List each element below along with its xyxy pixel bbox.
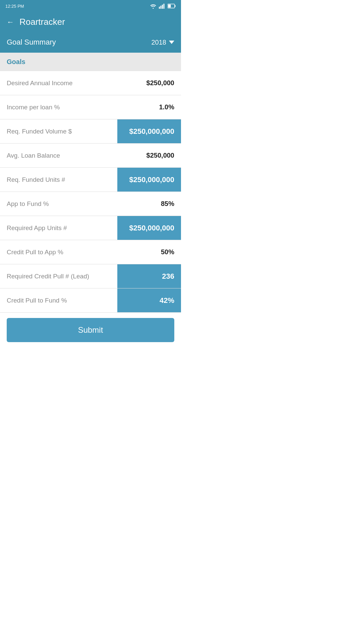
back-button[interactable]: ← — [7, 18, 14, 26]
row-label: Req. Funded Volume $ — [0, 119, 117, 143]
app-header: ← Roartracker — [0, 12, 181, 33]
row-label: Required Credit Pull # (Lead) — [0, 264, 117, 288]
submit-button[interactable]: Submit — [7, 318, 174, 342]
year-value: 2018 — [152, 39, 167, 46]
row-label: Credit Pull to Fund % — [0, 288, 117, 312]
goals-label: Goals — [7, 58, 25, 65]
row-value: $250,000 — [117, 144, 181, 167]
goals-table: Desired Annual Income$250,000Income per … — [0, 71, 181, 313]
wifi-icon — [149, 3, 157, 9]
app-title: Roartracker — [19, 17, 65, 27]
table-row: Credit Pull to Fund %42% — [0, 288, 181, 313]
row-label: Credit Pull to App % — [0, 240, 117, 264]
row-label: Req. Funded Units # — [0, 168, 117, 192]
row-label: Income per loan % — [0, 95, 117, 119]
table-row: Credit Pull to App %50% — [0, 240, 181, 264]
row-value: $250,000 — [117, 71, 181, 95]
table-row: Req. Funded Units #$250,000,000 — [0, 168, 181, 192]
row-value[interactable]: $250,000,000 — [117, 216, 181, 240]
svg-rect-0 — [159, 7, 160, 9]
status-bar: 12:25 PM — [0, 0, 181, 12]
status-time: 12:25 PM — [5, 4, 24, 9]
row-label: App to Fund % — [0, 192, 117, 216]
row-value: 1.0% — [117, 95, 181, 119]
row-label: Required App Units # — [0, 216, 117, 240]
goals-section-header: Goals — [0, 53, 181, 71]
row-value[interactable]: $250,000,000 — [117, 119, 181, 143]
row-value: 85% — [117, 192, 181, 216]
row-label: Avg. Loan Balance — [0, 144, 117, 167]
svg-rect-6 — [168, 5, 171, 8]
svg-rect-1 — [161, 6, 162, 9]
battery-icon — [168, 4, 176, 8]
goal-summary-label: Goal Summary — [7, 38, 56, 47]
signal-icon — [159, 3, 166, 9]
year-selector[interactable]: 2018 — [152, 39, 175, 46]
table-row: Income per loan %1.0% — [0, 95, 181, 119]
row-label: Desired Annual Income — [0, 71, 117, 95]
svg-rect-3 — [164, 4, 165, 9]
table-row: Avg. Loan Balance$250,000 — [0, 144, 181, 168]
table-row: Desired Annual Income$250,000 — [0, 71, 181, 95]
svg-rect-5 — [175, 5, 176, 7]
submit-container: Submit — [0, 313, 181, 347]
table-row: Required App Units #$250,000,000 — [0, 216, 181, 240]
row-value: 50% — [117, 240, 181, 264]
row-value[interactable]: 236 — [117, 264, 181, 288]
svg-rect-2 — [162, 5, 163, 9]
table-row: Required Credit Pull # (Lead)236 — [0, 264, 181, 288]
goal-summary-bar: Goal Summary 2018 — [0, 33, 181, 53]
row-value[interactable]: 42% — [117, 288, 181, 312]
status-icons — [149, 3, 176, 9]
table-row: Req. Funded Volume $$250,000,000 — [0, 119, 181, 144]
row-value[interactable]: $250,000,000 — [117, 168, 181, 192]
chevron-down-icon — [169, 41, 174, 44]
table-row: App to Fund %85% — [0, 192, 181, 216]
